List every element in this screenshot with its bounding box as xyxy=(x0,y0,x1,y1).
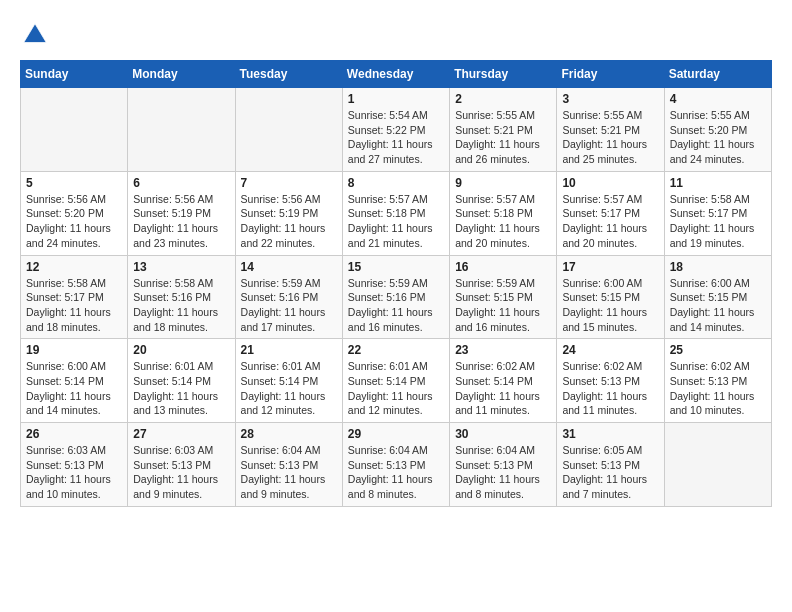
day-number: 17 xyxy=(562,260,658,274)
logo xyxy=(20,20,54,50)
day-info: Sunrise: 5:59 AM Sunset: 5:15 PM Dayligh… xyxy=(455,276,551,335)
day-info: Sunrise: 6:00 AM Sunset: 5:15 PM Dayligh… xyxy=(562,276,658,335)
calendar-day-cell: 14Sunrise: 5:59 AM Sunset: 5:16 PM Dayli… xyxy=(235,255,342,339)
day-number: 23 xyxy=(455,343,551,357)
weekday-header: Thursday xyxy=(450,61,557,88)
calendar-day-cell: 8Sunrise: 5:57 AM Sunset: 5:18 PM Daylig… xyxy=(342,171,449,255)
calendar-week-row: 5Sunrise: 5:56 AM Sunset: 5:20 PM Daylig… xyxy=(21,171,772,255)
weekday-header: Monday xyxy=(128,61,235,88)
calendar-day-cell: 25Sunrise: 6:02 AM Sunset: 5:13 PM Dayli… xyxy=(664,339,771,423)
calendar-day-cell: 10Sunrise: 5:57 AM Sunset: 5:17 PM Dayli… xyxy=(557,171,664,255)
day-number: 6 xyxy=(133,176,229,190)
day-number: 9 xyxy=(455,176,551,190)
day-info: Sunrise: 5:58 AM Sunset: 5:16 PM Dayligh… xyxy=(133,276,229,335)
day-number: 28 xyxy=(241,427,337,441)
weekday-header: Saturday xyxy=(664,61,771,88)
day-info: Sunrise: 6:01 AM Sunset: 5:14 PM Dayligh… xyxy=(241,359,337,418)
day-info: Sunrise: 6:05 AM Sunset: 5:13 PM Dayligh… xyxy=(562,443,658,502)
day-info: Sunrise: 5:55 AM Sunset: 5:20 PM Dayligh… xyxy=(670,108,766,167)
day-number: 7 xyxy=(241,176,337,190)
calendar-day-cell: 13Sunrise: 5:58 AM Sunset: 5:16 PM Dayli… xyxy=(128,255,235,339)
day-info: Sunrise: 5:56 AM Sunset: 5:19 PM Dayligh… xyxy=(241,192,337,251)
calendar-week-row: 26Sunrise: 6:03 AM Sunset: 5:13 PM Dayli… xyxy=(21,423,772,507)
day-number: 11 xyxy=(670,176,766,190)
calendar-day-cell: 19Sunrise: 6:00 AM Sunset: 5:14 PM Dayli… xyxy=(21,339,128,423)
day-number: 4 xyxy=(670,92,766,106)
weekday-header: Tuesday xyxy=(235,61,342,88)
logo-icon xyxy=(20,20,50,50)
day-number: 24 xyxy=(562,343,658,357)
calendar-day-cell: 20Sunrise: 6:01 AM Sunset: 5:14 PM Dayli… xyxy=(128,339,235,423)
day-info: Sunrise: 6:01 AM Sunset: 5:14 PM Dayligh… xyxy=(133,359,229,418)
weekday-header: Wednesday xyxy=(342,61,449,88)
day-number: 21 xyxy=(241,343,337,357)
day-number: 22 xyxy=(348,343,444,357)
calendar-day-cell: 29Sunrise: 6:04 AM Sunset: 5:13 PM Dayli… xyxy=(342,423,449,507)
calendar-day-cell: 7Sunrise: 5:56 AM Sunset: 5:19 PM Daylig… xyxy=(235,171,342,255)
day-number: 8 xyxy=(348,176,444,190)
day-info: Sunrise: 6:02 AM Sunset: 5:13 PM Dayligh… xyxy=(562,359,658,418)
calendar-day-cell: 3Sunrise: 5:55 AM Sunset: 5:21 PM Daylig… xyxy=(557,88,664,172)
calendar-week-row: 1Sunrise: 5:54 AM Sunset: 5:22 PM Daylig… xyxy=(21,88,772,172)
day-number: 19 xyxy=(26,343,122,357)
day-info: Sunrise: 6:03 AM Sunset: 5:13 PM Dayligh… xyxy=(26,443,122,502)
calendar-day-cell: 9Sunrise: 5:57 AM Sunset: 5:18 PM Daylig… xyxy=(450,171,557,255)
calendar-week-row: 12Sunrise: 5:58 AM Sunset: 5:17 PM Dayli… xyxy=(21,255,772,339)
day-number: 10 xyxy=(562,176,658,190)
day-number: 20 xyxy=(133,343,229,357)
day-number: 3 xyxy=(562,92,658,106)
calendar-day-cell: 15Sunrise: 5:59 AM Sunset: 5:16 PM Dayli… xyxy=(342,255,449,339)
day-info: Sunrise: 6:03 AM Sunset: 5:13 PM Dayligh… xyxy=(133,443,229,502)
day-number: 26 xyxy=(26,427,122,441)
calendar-week-row: 19Sunrise: 6:00 AM Sunset: 5:14 PM Dayli… xyxy=(21,339,772,423)
day-info: Sunrise: 5:55 AM Sunset: 5:21 PM Dayligh… xyxy=(455,108,551,167)
calendar-day-cell: 12Sunrise: 5:58 AM Sunset: 5:17 PM Dayli… xyxy=(21,255,128,339)
calendar-day-cell: 27Sunrise: 6:03 AM Sunset: 5:13 PM Dayli… xyxy=(128,423,235,507)
calendar-day-cell: 22Sunrise: 6:01 AM Sunset: 5:14 PM Dayli… xyxy=(342,339,449,423)
day-info: Sunrise: 6:02 AM Sunset: 5:13 PM Dayligh… xyxy=(670,359,766,418)
calendar-day-cell: 6Sunrise: 5:56 AM Sunset: 5:19 PM Daylig… xyxy=(128,171,235,255)
day-number: 15 xyxy=(348,260,444,274)
day-info: Sunrise: 5:56 AM Sunset: 5:20 PM Dayligh… xyxy=(26,192,122,251)
day-info: Sunrise: 6:00 AM Sunset: 5:14 PM Dayligh… xyxy=(26,359,122,418)
day-info: Sunrise: 6:02 AM Sunset: 5:14 PM Dayligh… xyxy=(455,359,551,418)
day-info: Sunrise: 6:04 AM Sunset: 5:13 PM Dayligh… xyxy=(455,443,551,502)
day-number: 27 xyxy=(133,427,229,441)
day-info: Sunrise: 5:58 AM Sunset: 5:17 PM Dayligh… xyxy=(670,192,766,251)
day-info: Sunrise: 5:57 AM Sunset: 5:17 PM Dayligh… xyxy=(562,192,658,251)
calendar-day-cell: 4Sunrise: 5:55 AM Sunset: 5:20 PM Daylig… xyxy=(664,88,771,172)
calendar-table: SundayMondayTuesdayWednesdayThursdayFrid… xyxy=(20,60,772,507)
calendar-day-cell: 16Sunrise: 5:59 AM Sunset: 5:15 PM Dayli… xyxy=(450,255,557,339)
calendar-day-cell: 28Sunrise: 6:04 AM Sunset: 5:13 PM Dayli… xyxy=(235,423,342,507)
day-number: 14 xyxy=(241,260,337,274)
day-number: 2 xyxy=(455,92,551,106)
calendar-day-cell xyxy=(664,423,771,507)
day-info: Sunrise: 5:59 AM Sunset: 5:16 PM Dayligh… xyxy=(348,276,444,335)
calendar-day-cell: 1Sunrise: 5:54 AM Sunset: 5:22 PM Daylig… xyxy=(342,88,449,172)
day-info: Sunrise: 5:55 AM Sunset: 5:21 PM Dayligh… xyxy=(562,108,658,167)
day-number: 30 xyxy=(455,427,551,441)
day-number: 18 xyxy=(670,260,766,274)
day-number: 25 xyxy=(670,343,766,357)
calendar-day-cell: 30Sunrise: 6:04 AM Sunset: 5:13 PM Dayli… xyxy=(450,423,557,507)
calendar-day-cell: 26Sunrise: 6:03 AM Sunset: 5:13 PM Dayli… xyxy=(21,423,128,507)
calendar-day-cell xyxy=(21,88,128,172)
weekday-header: Sunday xyxy=(21,61,128,88)
calendar-day-cell: 21Sunrise: 6:01 AM Sunset: 5:14 PM Dayli… xyxy=(235,339,342,423)
svg-marker-0 xyxy=(24,24,47,43)
calendar-day-cell: 2Sunrise: 5:55 AM Sunset: 5:21 PM Daylig… xyxy=(450,88,557,172)
page-header xyxy=(20,20,772,50)
day-number: 29 xyxy=(348,427,444,441)
calendar-day-cell xyxy=(235,88,342,172)
calendar-day-cell: 24Sunrise: 6:02 AM Sunset: 5:13 PM Dayli… xyxy=(557,339,664,423)
day-info: Sunrise: 6:00 AM Sunset: 5:15 PM Dayligh… xyxy=(670,276,766,335)
day-info: Sunrise: 6:04 AM Sunset: 5:13 PM Dayligh… xyxy=(241,443,337,502)
day-info: Sunrise: 5:57 AM Sunset: 5:18 PM Dayligh… xyxy=(455,192,551,251)
calendar-day-cell: 31Sunrise: 6:05 AM Sunset: 5:13 PM Dayli… xyxy=(557,423,664,507)
day-number: 13 xyxy=(133,260,229,274)
day-info: Sunrise: 5:57 AM Sunset: 5:18 PM Dayligh… xyxy=(348,192,444,251)
calendar-day-cell: 11Sunrise: 5:58 AM Sunset: 5:17 PM Dayli… xyxy=(664,171,771,255)
day-info: Sunrise: 5:54 AM Sunset: 5:22 PM Dayligh… xyxy=(348,108,444,167)
calendar-day-cell: 23Sunrise: 6:02 AM Sunset: 5:14 PM Dayli… xyxy=(450,339,557,423)
calendar-day-cell: 5Sunrise: 5:56 AM Sunset: 5:20 PM Daylig… xyxy=(21,171,128,255)
